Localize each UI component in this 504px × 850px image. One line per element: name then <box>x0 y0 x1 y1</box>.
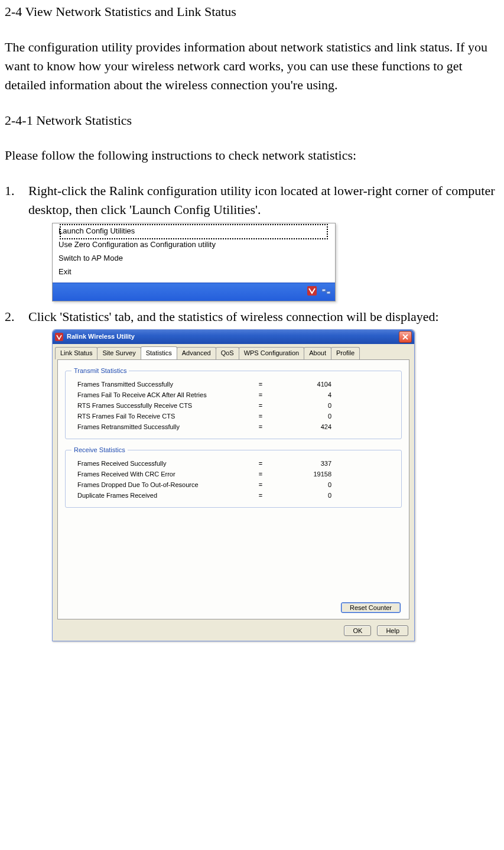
context-menu-item-exit[interactable]: Exit <box>53 265 335 279</box>
section-title: 2-4 View Network Statistics and Link Sta… <box>5 2 499 21</box>
tab-strip: Link Status Site Survey Statistics Advan… <box>55 346 412 359</box>
stat-label: Frames Transmitted Successfully <box>73 380 249 390</box>
ralink-window: Ralink Wireless Utility Link Status Site… <box>52 329 415 641</box>
help-button[interactable]: Help <box>377 625 408 636</box>
reset-counter-button[interactable]: Reset Counter <box>341 602 401 613</box>
tab-qos[interactable]: QoS <box>216 347 239 359</box>
tab-statistics[interactable]: Statistics <box>141 346 177 359</box>
subsection-heading: 2-4-1 Network Statistics <box>5 111 499 130</box>
equals-sign: = <box>249 380 272 390</box>
tab-link-status[interactable]: Link Status <box>55 347 97 359</box>
stat-row: Frames Fail To Receive ACK After All Ret… <box>73 390 394 401</box>
context-menu-item-switch-ap[interactable]: Switch to AP Mode <box>53 252 335 265</box>
context-menu-item-zero-config[interactable]: Use Zero Configuration as Configuration … <box>53 238 335 252</box>
stat-label: Frames Fail To Receive ACK After All Ret… <box>73 391 249 400</box>
stat-row: Frames Received With CRC Error = 19158 <box>73 469 394 480</box>
receive-legend: Receive Statistics <box>71 446 128 455</box>
context-menu-screenshot: Launch Config Utilities Use Zero Configu… <box>52 223 336 301</box>
network-tray-icon[interactable] <box>321 286 331 296</box>
tab-advanced[interactable]: Advanced <box>177 347 216 359</box>
equals-sign: = <box>249 481 272 490</box>
step-2-text: Click 'Statistics' tab, and the statisti… <box>28 309 439 324</box>
equals-sign: = <box>249 423 272 432</box>
stat-label: Frames Received With CRC Error <box>73 470 249 479</box>
stat-label: RTS Frames Fail To Receive CTS <box>73 412 249 421</box>
context-menu-item-launch[interactable]: Launch Config Utilities <box>53 225 335 238</box>
stat-value: 0 <box>272 412 331 421</box>
statistics-panel: Transmit Statistics Frames Transmitted S… <box>57 359 409 619</box>
stat-label: Frames Dropped Due To Out-of-Resource <box>73 481 249 490</box>
stat-label: RTS Frames Successfully Receive CTS <box>73 401 249 411</box>
stat-value: 0 <box>272 481 331 490</box>
window-close-button[interactable] <box>399 331 412 343</box>
taskbar <box>53 283 335 301</box>
stat-row: RTS Frames Fail To Receive CTS = 0 <box>73 411 394 422</box>
tab-site-survey[interactable]: Site Survey <box>97 347 141 359</box>
ok-button[interactable]: OK <box>344 625 371 636</box>
stat-value: 0 <box>272 491 331 501</box>
stat-row: Frames Received Successfully = 337 <box>73 459 394 469</box>
window-title: Ralink Wireless Utility <box>67 332 135 342</box>
svg-rect-1 <box>322 289 326 291</box>
equals-sign: = <box>249 459 272 469</box>
lead-in-paragraph: Please follow the following instructions… <box>5 146 499 165</box>
transmit-legend: Transmit Statistics <box>71 366 129 376</box>
tab-profile[interactable]: Profile <box>331 347 360 359</box>
stat-row: Frames Transmitted Successfully = 4104 <box>73 379 394 390</box>
stat-row: Frames Dropped Due To Out-of-Resource = … <box>73 480 394 491</box>
equals-sign: = <box>249 470 272 479</box>
stat-value: 0 <box>272 401 331 411</box>
stat-value: 4104 <box>272 380 331 390</box>
stat-value: 424 <box>272 423 331 432</box>
stat-value: 19158 <box>272 470 331 479</box>
tab-wps[interactable]: WPS Configuration <box>239 347 305 359</box>
equals-sign: = <box>249 391 272 400</box>
stat-label: Duplicate Frames Received <box>73 491 249 501</box>
step-1-text: Right-click the Ralink configuration uti… <box>28 183 495 217</box>
stat-value: 337 <box>272 459 331 469</box>
receive-groupbox: Receive Statistics Frames Received Succe… <box>65 450 402 508</box>
stat-row: Frames Retransmitted Successfully = 424 <box>73 422 394 433</box>
tab-about[interactable]: About <box>304 347 331 359</box>
stat-label: Frames Received Successfully <box>73 459 249 469</box>
stat-label: Frames Retransmitted Successfully <box>73 423 249 432</box>
equals-sign: = <box>249 412 272 421</box>
title-bar: Ralink Wireless Utility <box>53 330 414 344</box>
equals-sign: = <box>249 491 272 501</box>
ralink-app-icon <box>55 333 63 341</box>
ralink-tray-icon[interactable] <box>307 286 317 296</box>
stat-value: 4 <box>272 391 331 400</box>
stat-row: Duplicate Frames Received = 0 <box>73 491 394 501</box>
system-tray <box>307 286 331 296</box>
stat-row: RTS Frames Successfully Receive CTS = 0 <box>73 401 394 411</box>
transmit-groupbox: Transmit Statistics Frames Transmitted S… <box>65 371 402 439</box>
equals-sign: = <box>249 401 272 411</box>
svg-rect-2 <box>327 291 330 294</box>
intro-paragraph: The configuration utility provides infor… <box>5 38 499 95</box>
window-footer: OK Help <box>53 622 414 641</box>
